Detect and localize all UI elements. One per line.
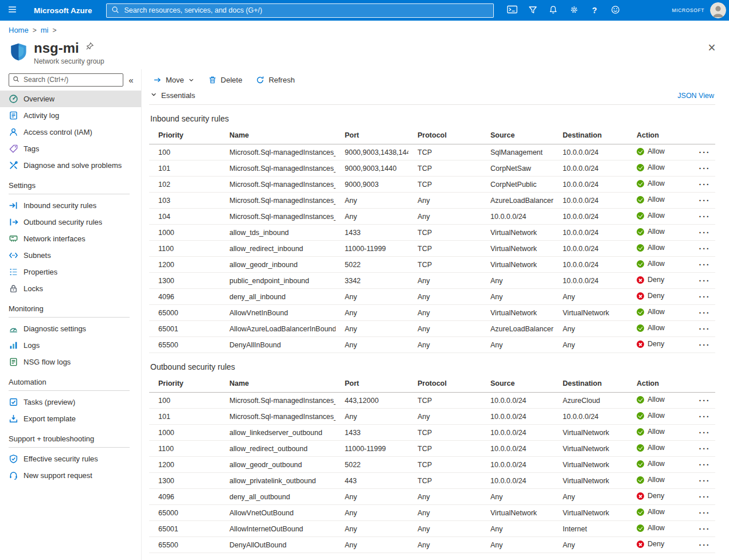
inbound-rule-row[interactable]: 104 Microsoft.Sql-managedInstances_U... …: [149, 209, 715, 225]
sidebar-item-network-interfaces[interactable]: Network interfaces: [0, 230, 141, 247]
row-context-menu-button[interactable]: [694, 144, 715, 160]
inbound-rule-row[interactable]: 101 Microsoft.Sql-managedInstances_U... …: [149, 160, 715, 177]
rule-action-status: Deny: [637, 340, 664, 348]
row-context-menu-button[interactable]: [694, 289, 715, 304]
row-context-menu-button[interactable]: [694, 273, 715, 288]
row-context-menu-button[interactable]: [694, 489, 715, 504]
inbound-rules-icon: [9, 201, 18, 210]
row-context-menu-button[interactable]: [694, 409, 715, 424]
outbound-rule-row[interactable]: 65500 DenyAllOutBound Any Any Any Any De…: [149, 537, 715, 553]
outbound-rule-row[interactable]: 65001 AllowInternetOutBound Any Any Any …: [149, 521, 715, 537]
status-icon: [637, 180, 644, 187]
close-blade-button[interactable]: [703, 38, 721, 57]
breadcrumb-link[interactable]: mi: [41, 26, 49, 34]
sidebar-item-inbound-security-rules[interactable]: Inbound security rules: [0, 197, 141, 214]
inbound-rule-row[interactable]: 1300 public_endpoint_inbound 3342 Any An…: [149, 273, 715, 289]
outbound-rule-row[interactable]: 1000 allow_linkedserver_outbound 1433 TC…: [149, 425, 715, 441]
outbound-rule-row[interactable]: 1200 allow_geodr_outbound 5022 TCP 10.0.…: [149, 457, 715, 473]
row-context-menu-button[interactable]: [694, 305, 715, 320]
row-context-menu-button[interactable]: [694, 160, 715, 176]
directory-filter-button[interactable]: [523, 0, 543, 21]
rule-protocol: TCP: [408, 257, 481, 273]
outbound-rule-row[interactable]: 100 Microsoft.Sql-managedInstances_U... …: [149, 393, 715, 409]
outbound-rule-row[interactable]: 1100 allow_redirect_outbound 11000-11999…: [149, 441, 715, 457]
outbound-rule-row[interactable]: 65000 AllowVnetOutBound Any Any VirtualN…: [149, 505, 715, 521]
row-context-menu-button[interactable]: [694, 337, 715, 353]
row-context-menu-button[interactable]: [694, 321, 715, 336]
inbound-rule-row[interactable]: 103 Microsoft.Sql-managedInstances_U... …: [149, 193, 715, 209]
row-context-menu-button[interactable]: [694, 441, 715, 456]
row-context-menu-button[interactable]: [694, 209, 715, 224]
row-context-menu-button[interactable]: [694, 177, 715, 192]
inbound-rule-row[interactable]: 102 Microsoft.Sql-managedInstances_U... …: [149, 177, 715, 193]
rule-destination: AzureCloud: [553, 393, 627, 409]
resource-menu: Overview Activity log Access control (IA…: [0, 91, 141, 484]
inbound-rule-row[interactable]: 1200 allow_geodr_inbound 5022 TCP Virtua…: [149, 257, 715, 273]
sidebar-item-overview[interactable]: Overview: [0, 91, 141, 107]
sidebar-item-nsg-flow-logs[interactable]: NSG flow logs: [0, 354, 141, 370]
sidebar-item-new-support-request[interactable]: New support request: [0, 467, 141, 484]
rule-action-cell: Allow: [627, 473, 694, 489]
inbound-rule-row[interactable]: 1100 allow_redirect_inbound 11000-11999 …: [149, 241, 715, 257]
help-button[interactable]: [584, 0, 605, 21]
row-context-menu-button[interactable]: [694, 473, 715, 488]
refresh-button[interactable]: Refresh: [252, 73, 299, 87]
sidebar-item-diagnostic-settings[interactable]: Diagnostic settings: [0, 320, 141, 337]
sidebar-item-properties[interactable]: Properties: [0, 264, 141, 280]
outbound-rule-row[interactable]: 4096 deny_all_outbound Any Any Any Any D…: [149, 489, 715, 505]
sidebar-item-locks[interactable]: Locks: [0, 280, 141, 297]
sidebar-item-diagnose-and-solve-problems[interactable]: Diagnose and solve problems: [0, 157, 141, 174]
row-context-menu-button[interactable]: [694, 457, 715, 472]
sidebar-item-subnets[interactable]: Subnets: [0, 247, 141, 264]
inbound-rule-row[interactable]: 4096 deny_all_inbound Any Any Any Any De…: [149, 289, 715, 305]
sidebar-item-export-template[interactable]: Export template: [0, 410, 141, 427]
sidebar-item-tags[interactable]: Tags: [0, 140, 141, 157]
global-search[interactable]: [106, 3, 494, 18]
row-context-menu-button[interactable]: [694, 505, 715, 520]
outbound-rule-row[interactable]: 1300 allow_privatelink_outbound 443 TCP …: [149, 473, 715, 489]
avatar[interactable]: [710, 2, 726, 18]
row-context-menu-button[interactable]: [694, 521, 715, 536]
row-context-menu-button[interactable]: [694, 393, 715, 408]
outbound-rules-title: Outbound security rules: [150, 362, 715, 371]
outbound-rule-row[interactable]: 101 Microsoft.Sql-managedInstances_U... …: [149, 409, 715, 425]
sidebar-item-effective-security-rules[interactable]: Effective security rules: [0, 451, 141, 467]
essentials-toggle[interactable]: Essentials: [150, 91, 195, 100]
breadcrumb-link[interactable]: Home: [9, 26, 29, 34]
pin-button[interactable]: [85, 42, 95, 52]
row-context-menu-button[interactable]: [694, 257, 715, 272]
inbound-rule-row[interactable]: 1000 allow_tds_inbound 1433 TCP VirtualN…: [149, 225, 715, 241]
account-info[interactable]: MICROSOFT: [672, 0, 729, 21]
inbound-rule-row[interactable]: 65001 AllowAzureLoadBalancerInBound Any …: [149, 321, 715, 337]
hamburger-icon: [7, 5, 17, 16]
json-view-link[interactable]: JSON View: [677, 92, 714, 100]
inbound-rule-row[interactable]: 100 Microsoft.Sql-managedInstances_U... …: [149, 144, 715, 160]
sidebar-item-logs[interactable]: Logs: [0, 337, 141, 354]
move-button[interactable]: Move: [149, 73, 198, 87]
feedback-button[interactable]: [605, 0, 626, 21]
sidebar-search[interactable]: [9, 73, 123, 87]
row-context-menu-button[interactable]: [694, 241, 715, 256]
inbound-rule-row[interactable]: 65000 AllowVnetInBound Any Any VirtualNe…: [149, 305, 715, 321]
sidebar-item-tasks-preview[interactable]: Tasks (preview): [0, 394, 141, 410]
rule-port: 5022: [336, 257, 408, 273]
notifications-button[interactable]: [543, 0, 564, 21]
cloud-shell-button[interactable]: [502, 0, 523, 21]
row-context-menu-button[interactable]: [694, 225, 715, 240]
rule-action-cell: Deny: [627, 537, 694, 553]
delete-button[interactable]: Delete: [204, 73, 247, 87]
settings-button[interactable]: [564, 0, 584, 21]
properties-icon: [9, 267, 18, 277]
hamburger-menu-button[interactable]: [0, 0, 24, 21]
azure-brand[interactable]: Microsoft Azure: [34, 6, 92, 15]
inbound-rule-row[interactable]: 65500 DenyAllInBound Any Any Any Any Den…: [149, 337, 715, 353]
sidebar-item-access-control-iam[interactable]: Access control (IAM): [0, 124, 141, 140]
row-context-menu-button[interactable]: [694, 425, 715, 440]
sidebar-search-input[interactable]: [22, 75, 119, 84]
row-context-menu-button[interactable]: [694, 193, 715, 208]
sidebar-item-outbound-security-rules[interactable]: Outbound security rules: [0, 214, 141, 230]
sidebar-collapse-button[interactable]: «: [123, 73, 139, 87]
global-search-input[interactable]: [123, 6, 489, 15]
sidebar-item-activity-log[interactable]: Activity log: [0, 107, 141, 124]
row-context-menu-button[interactable]: [694, 537, 715, 553]
